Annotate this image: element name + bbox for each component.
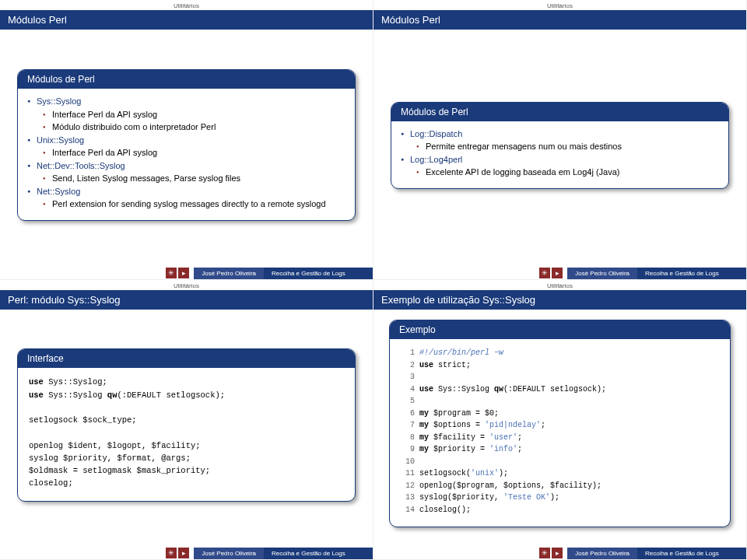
slide-title: Perl: módulo Sys::Syslog bbox=[0, 290, 373, 310]
item-net: Net::Syslog bbox=[37, 187, 80, 196]
footer-author: José Pedro Oliveira bbox=[567, 268, 637, 279]
footer-icons: ✳ ▸ bbox=[166, 268, 189, 278]
footer-title: Recolha e Gestão de Logs bbox=[637, 268, 746, 279]
content: Exemplo 1#!/usr/bin/perl −w 2use strict;… bbox=[374, 310, 746, 547]
sub-item: Módulo distribuido com o interpretador P… bbox=[43, 121, 345, 134]
info-box: Módulos de Perl Sys::Syslog Interface Pe… bbox=[17, 69, 356, 221]
item-dispatch: Log::Dispatch bbox=[410, 129, 462, 138]
star-icon: ✳ bbox=[166, 548, 177, 558]
nav-item: Utilitários bbox=[169, 282, 204, 290]
footer: ✳ ▸ José Pedro Oliveira Recolha e Gestão… bbox=[374, 267, 746, 279]
footer-author: José Pedro Oliveira bbox=[194, 268, 264, 279]
top-nav: Utilitários bbox=[0, 0, 373, 10]
code-body: use Sys::Syslog; use Sys::Syslog qw(:DEF… bbox=[18, 368, 355, 500]
nav-item: Utilitários bbox=[542, 2, 577, 10]
footer-icons: ✳ ▸ bbox=[166, 548, 189, 558]
item-unix: Unix::Syslog bbox=[37, 135, 84, 145]
info-box: Módulos de Perl Log::Dispatch Permite en… bbox=[391, 102, 729, 189]
slide-title: Módulos Perl bbox=[0, 10, 373, 30]
item-dev: Net::Dev::Tools::Syslog bbox=[37, 161, 125, 170]
code-box: Exemplo 1#!/usr/bin/perl −w 2use strict;… bbox=[389, 320, 731, 527]
arrow-icon: ▸ bbox=[552, 548, 563, 558]
item-log4perl: Log::Log4perl bbox=[410, 155, 462, 164]
slide-1: Utilitários Módulos Perl Módulos de Perl… bbox=[0, 0, 374, 280]
arrow-icon: ▸ bbox=[552, 268, 563, 278]
code-body: 1#!/usr/bin/perl −w 2use strict; 3 4use … bbox=[390, 339, 730, 527]
nav-item: Utilitários bbox=[169, 2, 204, 10]
top-nav: Utilitários bbox=[0, 280, 373, 290]
top-nav: Utilitários bbox=[374, 0, 746, 10]
box-header: Exemplo bbox=[390, 320, 730, 339]
slide-title: Exemplo de utilização Sys::Syslog bbox=[374, 290, 746, 310]
arrow-icon: ▸ bbox=[178, 548, 189, 558]
nav-item: Utilitários bbox=[542, 282, 577, 290]
box-header: Interface bbox=[18, 349, 355, 368]
sub-item: Interface Perl da API syslog bbox=[43, 108, 345, 121]
footer: ✳ ▸ José Pedro Oliveira Recolha e Gestão… bbox=[0, 267, 373, 279]
slide-4: Utilitários Exemplo de utilização Sys::S… bbox=[374, 280, 747, 560]
box-body: Sys::Syslog Interface Perl da API syslog… bbox=[18, 89, 355, 220]
footer-author: José Pedro Oliveira bbox=[194, 548, 264, 559]
footer-icons: ✳ ▸ bbox=[539, 548, 563, 558]
slide-3: Utilitários Perl: módulo Sys::Syslog Int… bbox=[0, 280, 374, 560]
arrow-icon: ▸ bbox=[178, 268, 189, 278]
sub-item: Send, Listen Syslog messages, Parse sysl… bbox=[43, 172, 345, 185]
sub-item: Perl extension for sending syslog messag… bbox=[43, 198, 345, 211]
sub-item: Interface Perl da API syslog bbox=[43, 146, 345, 159]
footer: ✳ ▸ José Pedro Oliveira Recolha e Gestão… bbox=[374, 547, 746, 559]
footer-icons: ✳ ▸ bbox=[539, 268, 563, 278]
box-header: Módulos de Perl bbox=[18, 70, 355, 89]
slide-2: Utilitários Módulos Perl Módulos de Perl… bbox=[374, 0, 747, 280]
box-header: Módulos de Perl bbox=[391, 103, 728, 121]
star-icon: ✳ bbox=[539, 548, 550, 558]
code-box: Interface use Sys::Syslog; use Sys::Sysl… bbox=[17, 348, 356, 501]
content: Módulos de Perl Sys::Syslog Interface Pe… bbox=[0, 30, 373, 267]
slide-title: Módulos Perl bbox=[374, 10, 746, 30]
footer-title: Recolha e Gestão de Logs bbox=[264, 268, 373, 279]
sub-item: Permite entregar mensagens num ou mais d… bbox=[416, 140, 719, 153]
top-nav: Utilitários bbox=[374, 280, 746, 290]
footer: ✳ ▸ José Pedro Oliveira Recolha e Gestão… bbox=[0, 547, 373, 559]
content: Interface use Sys::Syslog; use Sys::Sysl… bbox=[0, 310, 373, 547]
content: Módulos de Perl Log::Dispatch Permite en… bbox=[374, 30, 746, 267]
item-sys: Sys::Syslog bbox=[37, 96, 81, 106]
box-body: Log::Dispatch Permite entregar mensagens… bbox=[391, 121, 728, 188]
footer-title: Recolha e Gestão de Logs bbox=[637, 548, 746, 559]
footer-author: José Pedro Oliveira bbox=[567, 548, 637, 559]
footer-title: Recolha e Gestão de Logs bbox=[264, 548, 373, 559]
star-icon: ✳ bbox=[166, 268, 177, 278]
sub-item: Excelente API de logging baseada em Log4… bbox=[416, 166, 719, 179]
star-icon: ✳ bbox=[539, 268, 550, 278]
